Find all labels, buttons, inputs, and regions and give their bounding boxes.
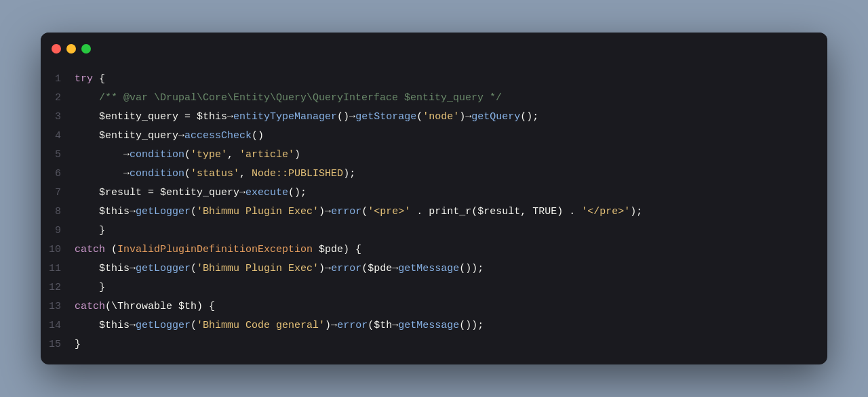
token-str: 'Bhimmu Plugin Exec' bbox=[197, 263, 319, 274]
line-content: $entity_query = $this→entityTypeManager(… bbox=[75, 109, 538, 125]
token-arrow: → bbox=[178, 130, 184, 142]
line-number: 10 bbox=[41, 244, 75, 255]
titlebar bbox=[41, 33, 827, 65]
line-number: 2 bbox=[41, 92, 75, 104]
token-text: $this bbox=[75, 206, 130, 217]
line-content: try { bbox=[75, 71, 105, 87]
token-comment: /** @var \Drupal\Core\Entity\Query\Query… bbox=[75, 92, 502, 104]
token-fn: accessCheck bbox=[184, 130, 252, 142]
token-fn: getQuery bbox=[471, 111, 520, 123]
token-klass: Node::PUBLISHED bbox=[252, 168, 343, 180]
token-text: (\Throwable $th) { bbox=[105, 301, 215, 312]
line-content: $this→getLogger('Bhimmu Code general')→e… bbox=[75, 318, 484, 333]
token-text: () bbox=[337, 111, 349, 123]
line-number: 7 bbox=[41, 187, 75, 198]
token-str: 'status' bbox=[191, 168, 239, 180]
code-editor: 1try {2 /** @var \Drupal\Core\Entity\Que… bbox=[41, 65, 827, 364]
line-number: 4 bbox=[41, 130, 75, 142]
token-str: 'node' bbox=[422, 111, 459, 123]
token-arrow: → bbox=[325, 206, 331, 217]
line-content: $result = $entity_query→execute(); bbox=[75, 185, 307, 201]
close-button[interactable] bbox=[52, 44, 61, 54]
token-text: ()); bbox=[459, 263, 484, 274]
maximize-button[interactable] bbox=[81, 44, 91, 54]
token-text: $pde) { bbox=[313, 244, 361, 255]
token-text bbox=[75, 168, 123, 180]
code-line: 13catch(\Throwable $th) { bbox=[41, 298, 827, 317]
token-text: . print_r($result, TRUE) . bbox=[410, 206, 581, 217]
line-number: 1 bbox=[41, 73, 75, 85]
code-line: 8 $this→getLogger('Bhimmu Plugin Exec')→… bbox=[41, 203, 827, 222]
token-arrow: → bbox=[331, 320, 337, 331]
token-type-kw: InvalidPluginDefinitionException bbox=[117, 244, 313, 255]
line-content: } bbox=[75, 280, 105, 295]
token-text: , bbox=[239, 168, 252, 180]
line-content: →condition('status', Node::PUBLISHED); bbox=[75, 166, 355, 182]
line-content: /** @var \Drupal\Core\Entity\Query\Query… bbox=[75, 90, 502, 106]
token-text: ( bbox=[191, 263, 197, 274]
token-text: ( bbox=[416, 111, 422, 123]
code-line: 12 } bbox=[41, 279, 827, 298]
token-text: ); bbox=[343, 168, 355, 180]
line-number: 9 bbox=[41, 225, 75, 236]
line-content: $entity_query→accessCheck() bbox=[75, 128, 264, 144]
token-arrow: → bbox=[130, 320, 136, 331]
token-text: ( bbox=[361, 206, 368, 217]
code-line: 5 →condition('type', 'article') bbox=[41, 146, 827, 165]
token-fn: getLogger bbox=[136, 320, 191, 331]
token-text bbox=[75, 149, 123, 161]
token-arrow: → bbox=[349, 111, 355, 123]
token-arrow: → bbox=[130, 263, 136, 274]
token-text: ) bbox=[319, 206, 325, 217]
token-text: $result = $entity_query bbox=[75, 187, 239, 198]
line-content: } bbox=[75, 223, 105, 238]
token-str: 'Bhimmu Plugin Exec' bbox=[197, 206, 319, 217]
code-line: 6 →condition('status', Node::PUBLISHED); bbox=[41, 165, 827, 184]
token-text: ($pde bbox=[361, 263, 392, 274]
token-text: $entity_query bbox=[75, 130, 178, 142]
token-fn: condition bbox=[130, 168, 184, 180]
token-text: $this bbox=[75, 320, 130, 331]
token-text: () bbox=[252, 130, 264, 142]
minimize-button[interactable] bbox=[66, 44, 76, 54]
token-arrow: → bbox=[325, 263, 331, 274]
token-fn: getLogger bbox=[136, 263, 191, 274]
token-text: ( bbox=[184, 149, 191, 161]
line-number: 3 bbox=[41, 111, 75, 123]
token-fn: condition bbox=[130, 149, 184, 161]
code-line: 3 $entity_query = $this→entityTypeManage… bbox=[41, 108, 827, 127]
token-text: ( bbox=[191, 320, 197, 331]
line-content: catch(\Throwable $th) { bbox=[75, 299, 215, 314]
line-content: } bbox=[75, 337, 81, 352]
token-fn: getLogger bbox=[136, 206, 191, 217]
token-arrow: → bbox=[465, 111, 471, 123]
token-text: } bbox=[75, 282, 105, 293]
token-fn: entityTypeManager bbox=[233, 111, 337, 123]
code-line: 10catch (InvalidPluginDefinitionExceptio… bbox=[41, 241, 827, 260]
line-number: 6 bbox=[41, 168, 75, 180]
token-text: $entity_query = $this bbox=[75, 111, 227, 123]
token-text: ) bbox=[459, 111, 465, 123]
line-number: 15 bbox=[41, 339, 75, 350]
token-arrow: → bbox=[239, 187, 245, 198]
token-fn: execute bbox=[245, 187, 288, 198]
token-str: 'type' bbox=[191, 149, 227, 161]
line-content: $this→getLogger('Bhimmu Plugin Exec')→er… bbox=[75, 204, 642, 220]
code-line: 4 $entity_query→accessCheck() bbox=[41, 127, 827, 146]
token-kw-catch: catch bbox=[75, 244, 105, 255]
token-text: ( bbox=[105, 244, 117, 255]
code-line: 9 } bbox=[41, 222, 827, 241]
code-line: 2 /** @var \Drupal\Core\Entity\Query\Que… bbox=[41, 89, 827, 108]
token-text: ($th bbox=[368, 320, 392, 331]
line-content: catch (InvalidPluginDefinitionException … bbox=[75, 242, 361, 257]
token-arrow: → bbox=[227, 111, 233, 123]
token-text: ( bbox=[191, 206, 197, 217]
line-number: 5 bbox=[41, 149, 75, 161]
token-str: '<pre>' bbox=[368, 206, 410, 217]
line-number: 11 bbox=[41, 263, 75, 274]
token-text: ); bbox=[630, 206, 642, 217]
token-fn: getMessage bbox=[398, 263, 459, 274]
token-arrow: → bbox=[392, 263, 398, 274]
token-fn: getMessage bbox=[398, 320, 459, 331]
line-number: 12 bbox=[41, 282, 75, 293]
